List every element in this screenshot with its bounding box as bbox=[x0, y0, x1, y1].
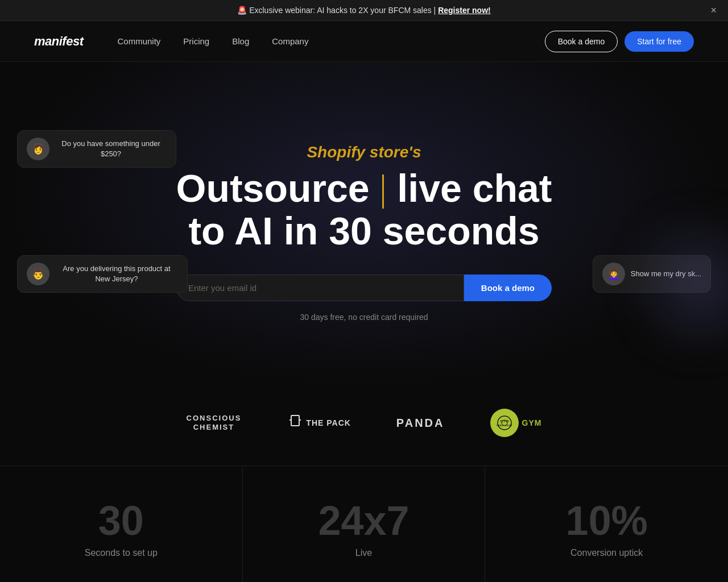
stat-live-label: Live bbox=[266, 548, 462, 558]
chat-bubble-2: 👨 Are you delivering this product at New… bbox=[17, 255, 188, 293]
logo-thepack: THE PACK bbox=[287, 414, 351, 431]
stat-seconds-number: 30 bbox=[23, 500, 220, 541]
svg-rect-0 bbox=[291, 415, 299, 426]
avatar-3: 👩‍🦱 bbox=[602, 263, 625, 285]
thepack-icon bbox=[287, 414, 304, 431]
logo[interactable]: manifest bbox=[34, 34, 83, 49]
navbar: manifest Community Pricing Blog Company … bbox=[0, 21, 728, 62]
nav-links: Community Pricing Blog Company bbox=[117, 36, 544, 46]
orb-decoration bbox=[643, 227, 728, 340]
stat-live-number: 24x7 bbox=[266, 500, 462, 541]
hero-title-line1: Outsource bbox=[176, 167, 380, 210]
close-icon[interactable]: × bbox=[710, 5, 717, 16]
nav-blog[interactable]: Blog bbox=[232, 36, 249, 46]
logo-gym: GYM EMPOWER YOURSELF GYM bbox=[490, 409, 542, 437]
stat-conversion-number: 10% bbox=[508, 500, 705, 541]
hero-section: 👩 Do you have something under $250? 👨 Ar… bbox=[0, 62, 728, 392]
logos-section: CONSCIOUSCHEMIST THE PACK PANDA GYM EMPO… bbox=[0, 392, 728, 465]
cursor-icon bbox=[382, 174, 384, 209]
avatar-1: 👩 bbox=[27, 138, 49, 160]
hero-subtitle: Shopify store's bbox=[307, 143, 421, 161]
nav-company[interactable]: Company bbox=[272, 36, 308, 46]
hero-title: Outsource live chatto AI in 30 seconds bbox=[176, 167, 552, 252]
stats-section: 30 Seconds to set up 24x7 Live 10% Conve… bbox=[0, 465, 728, 582]
stat-seconds-label: Seconds to set up bbox=[23, 548, 220, 558]
stat-conversion-label: Conversion uptick bbox=[508, 548, 705, 558]
nav-pricing[interactable]: Pricing bbox=[183, 36, 209, 46]
stat-conversion: 10% Conversion uptick bbox=[485, 466, 728, 582]
hero-cta-button[interactable]: Book a demo bbox=[464, 275, 552, 301]
chat-bubble-1: 👩 Do you have something under $250? bbox=[17, 130, 176, 168]
logo-conscious-text: CONSCIOUSCHEMIST bbox=[187, 414, 242, 431]
book-demo-button[interactable]: Book a demo bbox=[545, 31, 618, 52]
logo-conscious-chemist: CONSCIOUSCHEMIST bbox=[187, 414, 242, 431]
chat-text-2: Are you delivering this product at New J… bbox=[55, 264, 178, 284]
hero-note: 30 days free, no credit card required bbox=[300, 313, 428, 322]
panda-text: PANDA bbox=[396, 417, 445, 430]
gym-circle: GYM EMPOWER YOURSELF bbox=[490, 409, 519, 437]
nav-actions: Book a demo Start for free bbox=[545, 31, 694, 52]
avatar-2: 👨 bbox=[27, 263, 49, 285]
nav-community[interactable]: Community bbox=[117, 36, 160, 46]
stat-seconds: 30 Seconds to set up bbox=[0, 466, 243, 582]
email-input[interactable] bbox=[176, 275, 464, 301]
gym-icon: GYM EMPOWER YOURSELF bbox=[497, 415, 512, 431]
stat-live: 24x7 Live bbox=[243, 466, 486, 582]
chat-text-1: Do you have something under $250? bbox=[55, 139, 167, 159]
thepack-text: THE PACK bbox=[306, 418, 351, 427]
gym-text: GYM bbox=[522, 418, 542, 427]
announcement-text: 🚨 Exclusive webinar: AI hacks to 2X your… bbox=[237, 6, 436, 15]
start-free-button[interactable]: Start for free bbox=[624, 31, 694, 52]
svg-point-3 bbox=[498, 416, 511, 430]
announcement-bar: 🚨 Exclusive webinar: AI hacks to 2X your… bbox=[0, 0, 728, 21]
announcement-link[interactable]: Register now! bbox=[438, 6, 491, 15]
logo-panda: PANDA bbox=[396, 417, 445, 430]
hero-form: Book a demo bbox=[176, 275, 552, 301]
